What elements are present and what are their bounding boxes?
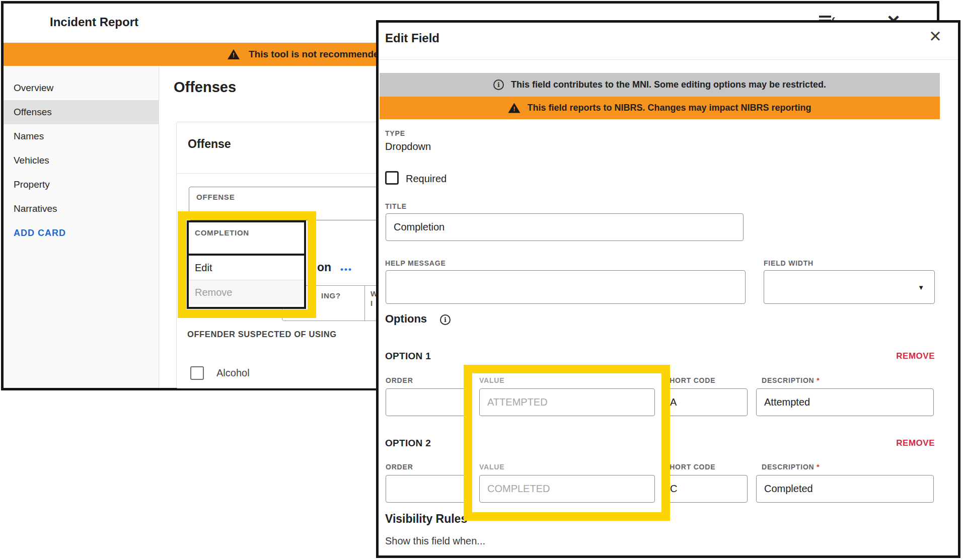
field-divider [364,286,365,321]
alcohol-label: Alcohol [216,367,250,379]
option-1-short-code-input[interactable]: A [662,388,748,416]
offense-card-title: Offense [188,137,231,151]
options-heading: Options [385,312,427,326]
option-2-remove-button[interactable]: REMOVE [882,438,935,448]
options-info-icon[interactable]: i [440,314,451,325]
dialog-title: Edit Field [385,31,439,45]
type-value: Dropdown [385,141,431,152]
visibility-rules-heading: Visibility Rules [385,512,467,526]
required-checkbox[interactable] [385,171,399,185]
offender-suspected-label: OFFENDER SUSPECTED OF USING [187,330,337,339]
tool-warning-text: This tool is not recommended f [249,49,391,60]
dialog-close-icon[interactable]: ✕ [929,29,942,44]
order-label: ORDER [386,376,413,384]
required-asterisk: * [817,376,820,384]
option-1-remove-button[interactable]: REMOVE [882,351,935,361]
hidden-field-label-fragment: ING? [321,291,341,300]
option-2-value-input[interactable]: COMPLETED [479,475,655,503]
order-label: ORDER [386,463,413,471]
mni-banner-text: This field contributes to the MNI. Some … [511,79,826,90]
nibrs-banner-text: This field reports to NIBRS. Changes may… [527,103,811,113]
offense-field-label: OFFENSE [196,193,235,201]
option-2-short-code-input[interactable]: C [662,475,748,503]
warning-icon: ! [508,103,520,113]
option-2-description-input[interactable]: Completed [756,475,934,503]
option-1-description-input[interactable]: Attempted [756,388,934,416]
info-icon: i [493,79,504,90]
sidebar-item-names[interactable]: Names [4,124,159,148]
help-message-label: HELP MESSAGE [385,259,446,267]
description-label: DESCRIPTION * [762,463,820,471]
option-1-value-input[interactable]: ATTEMPTED [479,388,655,416]
add-card-button[interactable]: ADD CARD [4,221,159,245]
completion-context-menu: COMPLETION Edit Remove [187,220,306,309]
sidebar-item-vehicles[interactable]: Vehicles [4,148,159,173]
sidebar-item-overview[interactable]: Overview [4,76,159,100]
visibility-rules-text: Show this field when... [385,535,485,547]
mni-info-banner: i This field contributes to the MNI. Som… [380,73,940,97]
section-more-options-icon[interactable]: ••• [340,265,352,275]
menu-item-remove: Remove [189,280,304,304]
completion-section-heading-fragment: on [317,261,331,274]
completion-dropdown-field[interactable]: COMPLETION [189,222,304,256]
window-title: Incident Report [50,15,138,29]
option-1-order-input[interactable] [386,388,472,416]
option-2-name: OPTION 2 [385,438,431,449]
option-1-name: OPTION 1 [385,351,431,362]
dialog-header-divider [379,59,958,60]
type-label: TYPE [385,129,405,137]
alcohol-row: Alcohol [190,366,250,380]
description-label: DESCRIPTION * [762,376,820,384]
required-asterisk: * [817,463,820,471]
alcohol-checkbox[interactable] [190,366,204,380]
edit-field-dialog: Edit Field ✕ i This field contributes to… [376,20,960,558]
screenshot-root: Incident Report ‹ ••• ✕ ! This tool is n… [0,0,963,560]
page-title: Offenses [174,79,236,96]
sidebar-item-narratives[interactable]: Narratives [4,197,159,221]
warning-icon: ! [228,49,240,59]
help-message-input[interactable] [386,270,746,304]
required-label: Required [406,173,447,185]
title-input[interactable]: Completion [386,213,744,241]
sidebar-item-property[interactable]: Property [4,173,159,197]
sidebar: Overview Offenses Names Vehicles Propert… [4,66,159,388]
menu-item-edit[interactable]: Edit [189,256,304,280]
completion-field-label: COMPLETION [195,228,249,237]
option-2-order-input[interactable] [386,475,472,503]
short-code-label: SHORT CODE [664,376,715,384]
value-label: VALUE [479,376,504,384]
nibrs-warning-banner: ! This field reports to NIBRS. Changes m… [380,97,940,119]
sidebar-item-offenses[interactable]: Offenses [4,100,159,124]
field-width-label: FIELD WIDTH [764,259,813,267]
title-field-label: TITLE [385,202,407,210]
short-code-label: SHORT CODE [664,463,715,471]
field-width-select[interactable]: ▼ [764,270,935,304]
value-label: VALUE [479,463,504,471]
chevron-down-icon: ▼ [918,283,924,291]
